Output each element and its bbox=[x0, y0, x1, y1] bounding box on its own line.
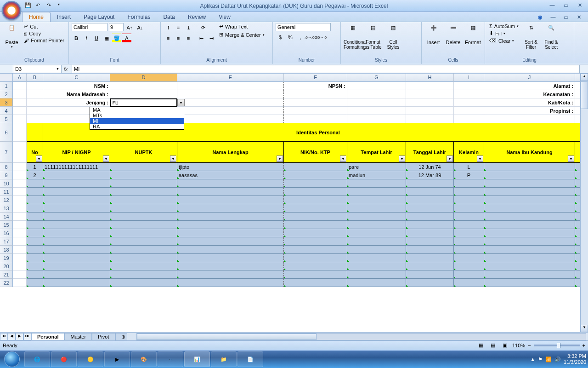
cell[interactable] bbox=[13, 254, 27, 262]
data-cell[interactable] bbox=[43, 221, 110, 229]
filter-button[interactable]: ▼ bbox=[36, 155, 42, 162]
row-header-6[interactable]: 6 bbox=[0, 123, 13, 142]
data-cell[interactable] bbox=[347, 246, 406, 254]
data-cell[interactable] bbox=[177, 213, 284, 221]
row-header-15[interactable]: 15 bbox=[0, 221, 13, 229]
col-header-J[interactable]: J bbox=[484, 74, 575, 82]
table-header[interactable]: NIK/No. KTP▼ bbox=[284, 142, 347, 163]
cell[interactable] bbox=[13, 246, 27, 254]
data-cell[interactable] bbox=[110, 171, 177, 179]
col-header-G[interactable]: G bbox=[347, 74, 406, 82]
data-cell[interactable] bbox=[110, 270, 177, 279]
data-cell[interactable] bbox=[43, 188, 110, 196]
data-cell[interactable] bbox=[177, 229, 284, 237]
tray-icon[interactable]: ▲ bbox=[530, 356, 535, 362]
cell[interactable] bbox=[406, 115, 454, 123]
underline-button[interactable]: U bbox=[92, 34, 101, 43]
col-header-A[interactable]: A bbox=[13, 74, 27, 82]
data-cell[interactable] bbox=[284, 163, 347, 171]
font-color-button[interactable]: A bbox=[122, 34, 131, 43]
data-cell[interactable] bbox=[177, 262, 284, 270]
table-header[interactable]: NUPTK▼ bbox=[110, 142, 177, 163]
cell[interactable] bbox=[13, 98, 27, 107]
data-cell[interactable] bbox=[284, 279, 347, 287]
align-left-button[interactable]: ≡ bbox=[164, 34, 173, 43]
currency-button[interactable]: $ bbox=[276, 33, 285, 42]
cell[interactable] bbox=[347, 90, 406, 98]
cell-styles-button[interactable]: ▧Cell Styles bbox=[384, 23, 402, 50]
format-painter-button[interactable]: 🖌Format Painter bbox=[23, 37, 66, 44]
formula-input[interactable]: MI bbox=[72, 65, 580, 73]
data-cell[interactable] bbox=[484, 254, 575, 262]
tab-data[interactable]: Data bbox=[157, 12, 181, 22]
col-header-D[interactable]: D bbox=[110, 74, 177, 82]
table-header[interactable]: No▼ bbox=[27, 142, 43, 163]
row-header-17[interactable]: 17 bbox=[0, 237, 13, 246]
data-cell[interactable] bbox=[43, 213, 110, 221]
table-header[interactable]: Nama Lengkap▼ bbox=[177, 142, 284, 163]
data-cell[interactable] bbox=[110, 237, 177, 246]
data-cell[interactable] bbox=[347, 262, 406, 270]
cell[interactable] bbox=[13, 142, 27, 163]
row-header-21[interactable]: 21 bbox=[0, 270, 13, 279]
insert-cells-button[interactable]: ➕Insert bbox=[424, 23, 442, 45]
col-header-I[interactable]: I bbox=[454, 74, 484, 82]
sheet-tab-new[interactable]: ⊕ bbox=[115, 333, 127, 340]
data-cell[interactable] bbox=[284, 262, 347, 270]
data-cell[interactable] bbox=[110, 213, 177, 221]
row-header-14[interactable]: 14 bbox=[0, 213, 13, 221]
data-cell[interactable] bbox=[43, 179, 110, 188]
zoom-out-button[interactable]: − bbox=[528, 343, 531, 348]
data-cell[interactable] bbox=[177, 246, 284, 254]
align-top-button[interactable]: ⤒ bbox=[164, 23, 173, 32]
data-cell[interactable] bbox=[347, 279, 406, 287]
indent-increase-button[interactable]: ⇥ bbox=[207, 34, 216, 43]
data-cell[interactable] bbox=[406, 279, 454, 287]
taskbar-excel[interactable]: 📊 bbox=[184, 351, 210, 367]
data-cell[interactable] bbox=[347, 221, 406, 229]
row-header-3[interactable]: 3 bbox=[0, 98, 13, 107]
row-header-12[interactable]: 12 bbox=[0, 196, 13, 204]
clock[interactable]: 3:32 PM 11/3/2020 bbox=[564, 353, 586, 365]
sheet-tab-master[interactable]: Master bbox=[64, 333, 92, 340]
data-cell[interactable] bbox=[110, 204, 177, 213]
table-header[interactable]: Kelamin▼ bbox=[454, 142, 484, 163]
scroll-down-button[interactable]: ▼ bbox=[581, 325, 588, 332]
taskbar-ie[interactable]: 🌐 bbox=[24, 351, 50, 367]
cell[interactable]: Nama Madrasah : bbox=[43, 90, 110, 98]
col-header-E[interactable]: E bbox=[177, 74, 284, 82]
view-normal-button[interactable]: ▦ bbox=[476, 341, 486, 350]
data-cell[interactable] bbox=[27, 188, 43, 196]
filter-button[interactable]: ▼ bbox=[277, 155, 283, 162]
data-cell[interactable]: L bbox=[454, 163, 484, 171]
orientation-button[interactable]: ⟳ bbox=[198, 23, 208, 32]
cell[interactable] bbox=[177, 115, 284, 123]
data-cell[interactable] bbox=[284, 246, 347, 254]
dropdown-item[interactable]: RA bbox=[90, 124, 184, 129]
sheet-nav-last[interactable]: ⏭ bbox=[23, 333, 31, 340]
data-cell[interactable] bbox=[284, 229, 347, 237]
col-header-F[interactable]: F bbox=[284, 74, 347, 82]
data-cell[interactable] bbox=[484, 270, 575, 279]
data-cell[interactable] bbox=[406, 237, 454, 246]
cell[interactable] bbox=[13, 270, 27, 279]
increase-decimal-button[interactable]: .0→.00 bbox=[306, 33, 315, 42]
data-cell[interactable] bbox=[454, 196, 484, 204]
data-cell[interactable] bbox=[484, 237, 575, 246]
col-header-B[interactable]: B bbox=[27, 74, 43, 82]
data-cell[interactable] bbox=[406, 188, 454, 196]
taskbar-chrome[interactable]: 🟡 bbox=[78, 351, 103, 367]
data-cell[interactable] bbox=[27, 237, 43, 246]
tray-sound-icon[interactable]: 🔊 bbox=[554, 356, 561, 362]
cell[interactable] bbox=[284, 115, 347, 123]
tab-home[interactable]: Home bbox=[22, 12, 51, 22]
redo-icon[interactable]: ↷ bbox=[47, 2, 54, 10]
dropdown-item[interactable]: MA bbox=[90, 107, 184, 113]
filter-button[interactable]: ▼ bbox=[477, 155, 483, 162]
data-cell[interactable] bbox=[177, 221, 284, 229]
data-cell[interactable]: aasasas bbox=[177, 171, 284, 179]
cell[interactable]: Alamat : bbox=[454, 82, 575, 90]
data-cell[interactable] bbox=[27, 279, 43, 287]
row-header-1[interactable]: 1 bbox=[0, 82, 13, 90]
name-box[interactable]: D3▼ bbox=[13, 65, 62, 73]
